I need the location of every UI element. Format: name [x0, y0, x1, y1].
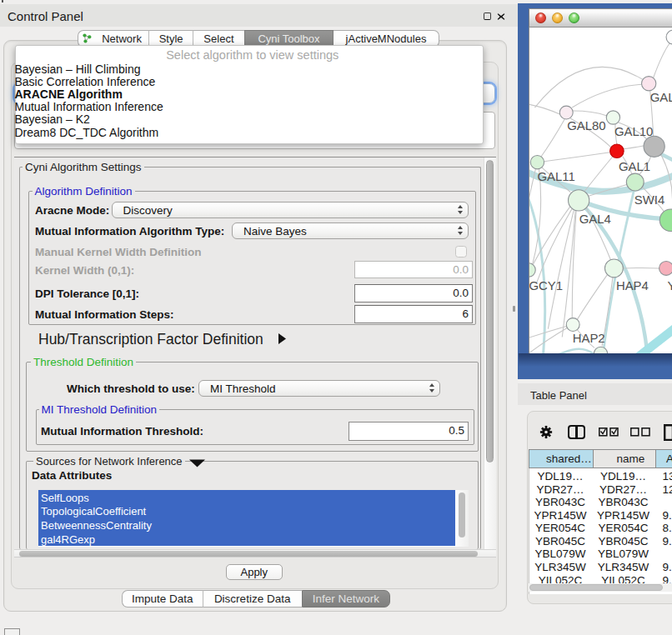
svg-text:GCY1: GCY1: [529, 279, 563, 292]
svg-text:HAP2: HAP2: [572, 332, 604, 345]
svg-text:GAL10: GAL10: [614, 124, 652, 138]
svg-text:HAP4: HAP4: [615, 278, 648, 292]
svg-text:GAL11: GAL11: [537, 169, 574, 182]
svg-text:GAL: GAL: [649, 91, 672, 104]
svg-text:GAL4: GAL4: [579, 212, 610, 226]
svg-text:GAL80: GAL80: [567, 118, 605, 132]
svg-text:SWI4: SWI4: [634, 193, 664, 207]
svg-text:Y: Y: [667, 278, 672, 292]
svg-text:GAL1: GAL1: [618, 160, 649, 173]
